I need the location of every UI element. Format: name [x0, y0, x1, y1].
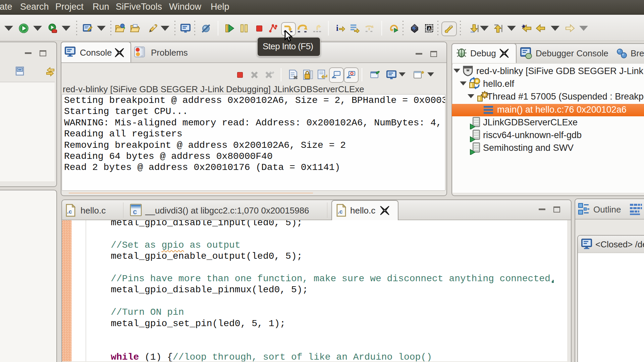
svg-text:c: c — [133, 208, 137, 216]
svg-text:.c: .c — [67, 208, 72, 215]
svg-text:.c: .c — [338, 208, 343, 215]
svg-text:i: i — [336, 24, 338, 33]
svg-text:A: A — [428, 26, 431, 31]
